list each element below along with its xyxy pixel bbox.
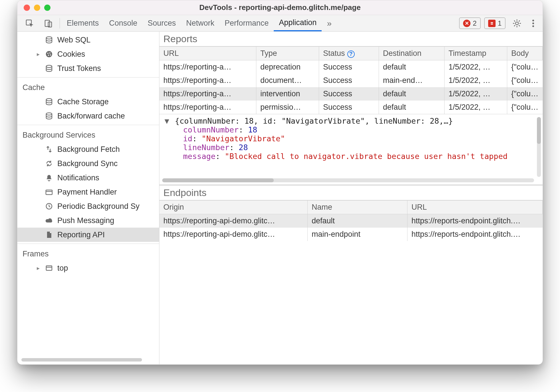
window-minimize-button[interactable] — [34, 5, 40, 11]
db-icon — [45, 98, 53, 106]
reports-cell-ts: 1/5/2022, … — [445, 60, 507, 74]
reports-title: Reports — [159, 32, 543, 46]
endpoints-col-header[interactable]: Name — [308, 200, 407, 214]
error-icon: ✕ — [463, 20, 470, 27]
window-zoom-button[interactable] — [44, 5, 50, 11]
preview-val: 18 — [248, 125, 257, 134]
window-close-button[interactable] — [24, 5, 30, 11]
cookie-icon — [45, 50, 53, 58]
reports-cell-url: https://reporting-a… — [159, 60, 256, 74]
reports-col-header[interactable]: Type — [256, 46, 319, 60]
reports-cell-status: Success — [319, 101, 379, 114]
kebab-menu-icon[interactable] — [527, 15, 540, 31]
report-body-preview[interactable]: ▼ {columnNumber: 18, id: "NavigatorVibra… — [159, 114, 543, 185]
cloud-icon — [45, 217, 53, 224]
main-pane: Reports URLTypeStatus?DestinationTimesta… — [159, 32, 543, 364]
svg-point-8 — [46, 37, 52, 39]
svg-point-13 — [50, 54, 51, 56]
reports-col-header[interactable]: Body — [507, 46, 543, 60]
reports-cell-type: document… — [256, 74, 319, 87]
sidebar-item-label: Back/forward cache — [57, 112, 125, 121]
reports-cell-url: https://reporting-a… — [159, 74, 256, 87]
tab-console[interactable]: Console — [104, 15, 143, 31]
endpoints-col-header[interactable]: Origin — [159, 200, 308, 214]
svg-point-9 — [46, 51, 52, 57]
devtools-window: DevTools - reporting-api-demo.glitch.me/… — [17, 0, 543, 365]
sidebar-item-label: Push Messaging — [57, 216, 114, 225]
sidebar-section: Cache — [17, 80, 159, 95]
sidebar-item-push-messaging[interactable]: Push Messaging — [17, 213, 159, 228]
sidebar-item-label: Cookies — [57, 50, 85, 59]
svg-rect-19 — [46, 266, 52, 270]
svg-point-15 — [46, 99, 52, 101]
sidebar-section: Frames — [17, 247, 159, 261]
endpoints-cell-name: main-endpoint — [308, 228, 407, 241]
preview-key: columnNumber — [183, 125, 239, 134]
chevron-right-icon: ▸ — [36, 51, 41, 58]
help-icon[interactable]: ? — [347, 50, 355, 58]
sidebar-item-label: Background Sync — [57, 159, 118, 168]
preview-val: "NavigatorVibrate" — [202, 134, 285, 143]
sidebar-item-back-forward-cache[interactable]: Back/forward cache — [17, 109, 159, 123]
issues-badge[interactable]: 1 — [484, 17, 506, 29]
sidebar-item-notifications[interactable]: Notifications — [17, 171, 159, 185]
reports-col-header[interactable]: Status? — [319, 46, 379, 60]
tab-elements[interactable]: Elements — [62, 15, 104, 31]
reports-cell-dest: default — [379, 87, 445, 101]
sidebar-item-label: Trust Tokens — [57, 64, 101, 73]
sidebar-item-label: Cache Storage — [57, 97, 109, 106]
reports-cell-type: deprecation — [256, 60, 319, 74]
tab-application[interactable]: Application — [274, 15, 322, 31]
reports-cell-dest: default — [379, 60, 445, 74]
preview-summary: {columnNumber: 18, id: "NavigatorVibrate… — [175, 117, 453, 125]
reports-col-header[interactable]: URL — [159, 46, 256, 60]
db-icon — [45, 36, 53, 44]
sidebar-item-cookies[interactable]: ▸Cookies — [17, 47, 159, 61]
reports-cell-body: {"column… — [507, 101, 543, 114]
endpoints-col-header[interactable]: URL — [407, 200, 543, 214]
reports-table: URLTypeStatus?DestinationTimestampBodyht… — [159, 46, 543, 114]
sidebar-item-label: Background Fetch — [57, 145, 120, 154]
settings-gear-icon[interactable] — [507, 15, 527, 31]
preview-val: 28 — [239, 143, 248, 152]
sidebar-item-label: Payment Handler — [57, 188, 117, 197]
sync-icon — [45, 160, 53, 168]
device-toolbar-icon[interactable] — [39, 15, 58, 31]
reports-col-header[interactable]: Destination — [379, 46, 445, 60]
endpoints-cell-origin: https://reporting-api-demo.glitc… — [159, 214, 308, 228]
errors-badge[interactable]: ✕ 2 — [459, 17, 480, 29]
preview-horizontal-scrollbar[interactable] — [162, 178, 534, 182]
more-tabs-button[interactable]: » — [322, 15, 337, 31]
card-icon — [45, 188, 53, 196]
tab-network[interactable]: Network — [181, 15, 220, 31]
application-sidebar: Web SQL▸CookiesTrust TokensCacheCache St… — [17, 32, 159, 364]
reports-cell-status: Success — [319, 60, 379, 74]
sidebar-item-background-sync[interactable]: Background Sync — [17, 156, 159, 171]
sidebar-item-label: top — [57, 264, 68, 273]
sidebar-item-top[interactable]: ▸top — [17, 261, 159, 275]
preview-vertical-scrollbar[interactable] — [537, 117, 541, 177]
sidebar-item-reporting-api[interactable]: Reporting API — [17, 228, 159, 242]
sidebar-scrollbar[interactable] — [21, 358, 142, 362]
endpoints-table: OriginNameURLhttps://reporting-api-demo.… — [159, 200, 543, 241]
reports-cell-status: Success — [319, 74, 379, 87]
titlebar: DevTools - reporting-api-demo.glitch.me/… — [17, 0, 543, 15]
sidebar-item-payment-handler[interactable]: Payment Handler — [17, 185, 159, 199]
sidebar-item-cache-storage[interactable]: Cache Storage — [17, 95, 159, 109]
sidebar-item-background-fetch[interactable]: Background Fetch — [17, 142, 159, 156]
sidebar-item-web-sql[interactable]: Web SQL — [17, 33, 159, 47]
endpoints-title: Endpoints — [159, 185, 543, 200]
frame-icon — [45, 264, 53, 272]
sidebar-item-periodic-background-sy[interactable]: Periodic Background Sy — [17, 199, 159, 213]
bell-icon — [45, 174, 53, 182]
tab-sources[interactable]: Sources — [143, 15, 181, 31]
endpoints-cell-origin: https://reporting-api-demo.glitc… — [159, 228, 308, 241]
reports-col-header[interactable]: Timestamp — [445, 46, 507, 60]
endpoints-cell-url: https://reports-endpoint.glitch.… — [407, 228, 543, 241]
sidebar-item-trust-tokens[interactable]: Trust Tokens — [17, 61, 159, 75]
tab-performance[interactable]: Performance — [220, 15, 274, 31]
preview-val: "Blocked call to navigator.vibrate becau… — [225, 152, 508, 161]
svg-rect-3 — [490, 21, 494, 26]
svg-point-4 — [516, 22, 518, 25]
inspect-element-icon[interactable] — [20, 15, 39, 31]
